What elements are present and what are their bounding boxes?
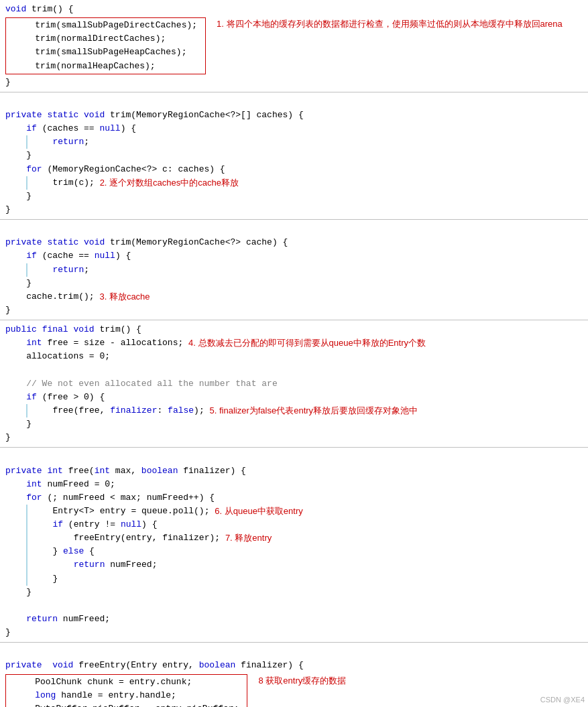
line (0, 645, 588, 659)
annotation-7: 7. 释放entry (225, 531, 272, 545)
line: } else { (0, 545, 588, 558)
line (0, 450, 588, 464)
line: } (0, 626, 588, 639)
line: long handle = entry.handle; (9, 689, 244, 702)
annotation-2: 2. 逐个对数组caches中的cache释放 (100, 176, 239, 190)
line: for (; numFreed < max; numFreed++) { (0, 491, 588, 505)
line: } (0, 304, 588, 317)
line: if (entry != null) { (0, 518, 588, 531)
line: if (cache == null) { (0, 249, 588, 263)
line: } (0, 190, 588, 203)
section-void-trim: void trim() { trim(smallSubPageDirectCac… (0, 0, 588, 92)
line: } (0, 417, 588, 431)
line: private int free(int max, boolean finali… (0, 464, 588, 478)
watermark: CSDN @XE4 (540, 696, 585, 704)
line (0, 599, 588, 613)
line: private static void trim(MemoryRegionCac… (0, 236, 588, 249)
line (0, 95, 588, 109)
line: int free = size - allocations; 4. 总数减去已分… (0, 336, 588, 350)
annotation-4: 4. 总数减去已分配的即可得到需要从queue中释放的Entry个数 (188, 336, 426, 350)
annotation-1: 1. 将四个本地的缓存列表的数据都进行检查，使用频率过低的则从本地缓存中释放回a… (217, 17, 563, 31)
line: int numFreed = 0; (0, 478, 588, 491)
line: ByteBuffer nioBuffer = entry.nioBuffer; (9, 702, 244, 707)
line: } (0, 149, 588, 162)
line: } (0, 586, 588, 599)
line: public final void trim() { (0, 323, 588, 336)
annotation-8: 8 获取entry缓存的数据 (258, 674, 346, 688)
line: Entry<T> entry = queue.poll(); 6. 从queue… (0, 505, 588, 518)
line: trim(c); 2. 逐个对数组caches中的cache释放 (0, 176, 588, 190)
line: trim(normalHeapCaches); (9, 60, 202, 73)
annotation-3: 3. 释放cache (99, 290, 150, 304)
line: if (free > 0) { (0, 391, 588, 404)
line: free(free, finalizer: false); 5. finaliz… (0, 404, 588, 417)
annotation-6: 6. 从queue中获取entry (215, 505, 303, 518)
annotation-5: 5. finalizer为false代表entry释放后要放回缓存对象池中 (210, 404, 418, 417)
line: } (0, 277, 588, 290)
line: for (MemoryRegionCache<?> c: caches) { (0, 163, 588, 176)
section-trim-single: private static void trim(MemoryRegionCac… (0, 220, 588, 320)
line: trim(normalDirectCaches); (9, 32, 202, 46)
line: private void freeEntry(Entry entry, bool… (0, 659, 588, 672)
line: freeEntry(entry, finalizer); 7. 释放entry (0, 531, 588, 545)
line (0, 364, 588, 377)
boxed-trim-calls: trim(smallSubPageDirectCaches); trim(nor… (5, 17, 206, 74)
boxed-entry-fields: PoolChunk chunk = entry.chunk; long hand… (5, 674, 247, 707)
line: } (0, 76, 588, 89)
code-viewer: void trim() { trim(smallSubPageDirectCac… (0, 0, 588, 707)
line (0, 222, 588, 236)
line: trim(smallSubPageDirectCaches); (9, 19, 202, 32)
line: cache.trim(); 3. 释放cache (0, 290, 588, 304)
line: return; (0, 135, 588, 149)
line: return numFreed; (0, 613, 588, 626)
line: trim(smallSubPageHeapCaches); (9, 46, 202, 59)
section-free-entry: private void freeEntry(Entry entry, bool… (0, 643, 588, 707)
section-trim-array: private static void trim(MemoryRegionCac… (0, 92, 588, 220)
line: } (0, 431, 588, 444)
line: void trim() { (0, 3, 588, 16)
line: private static void trim(MemoryRegionCac… (0, 109, 588, 122)
line: return; (0, 263, 588, 277)
line: } (0, 203, 588, 216)
section-free-method: private int free(int max, boolean finali… (0, 448, 588, 643)
line: // We not even allocated all the number … (0, 377, 588, 391)
line: return numFreed; (0, 558, 588, 572)
line: PoolChunk chunk = entry.chunk; (9, 676, 244, 689)
line: } (0, 572, 588, 586)
line: if (caches == null) { (0, 122, 588, 135)
section-public-trim: public final void trim() { int free = si… (0, 320, 588, 448)
line: allocations = 0; (0, 350, 588, 363)
